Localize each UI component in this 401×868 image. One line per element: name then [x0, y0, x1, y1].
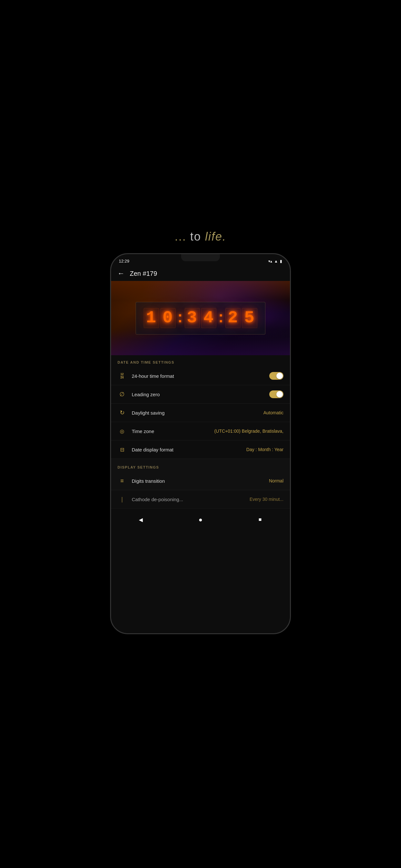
- date-format-value: Day : Month : Year: [246, 447, 283, 452]
- digits-transition-label: Digits transition: [132, 478, 264, 484]
- nav-recent-button[interactable]: [254, 513, 267, 526]
- nav-home-button[interactable]: [194, 513, 207, 526]
- battery-icon: ▮: [280, 259, 282, 264]
- phone-screen: 12:29 ▾▴ ▲ ▮ ← Zen #179 1 0 : 3: [111, 254, 290, 633]
- 24hour-toggle[interactable]: [269, 372, 283, 380]
- nixie-sep-2: :: [218, 308, 224, 326]
- app-bar: ← Zen #179: [111, 266, 290, 281]
- date-time-section-header: DATE AND TIME SETTINGS: [111, 355, 290, 367]
- tagline-to: to: [190, 230, 205, 243]
- setting-24hour[interactable]: 12 24 24-hour time format: [111, 367, 290, 385]
- status-icons: ▾▴ ▲ ▮: [268, 259, 282, 264]
- timezone-icon: [118, 427, 127, 436]
- nixie-digit-1: 1: [144, 308, 159, 328]
- nixie-digit-4: 4: [201, 308, 216, 328]
- leading-zero-icon: [118, 390, 127, 399]
- cathode-value: Every 30 minut...: [250, 497, 283, 502]
- nixie-digit-5: 2: [225, 308, 241, 328]
- tagline-life: life.: [205, 230, 226, 243]
- wifi-icon: ▾▴: [268, 259, 272, 264]
- signal-icon: ▲: [274, 259, 278, 264]
- clock-24-icon-inner: 12 24: [120, 373, 124, 379]
- timezone-value: (UTC+01:00) Belgrade, Bratislava,: [214, 429, 283, 434]
- page-wrapper: ... to life. 12:29 ▾▴ ▲ ▮ ← Zen #179: [100, 217, 301, 651]
- tagline: ... to life.: [175, 230, 226, 244]
- nixie-digit-6: 5: [242, 308, 257, 328]
- leading-zero-toggle[interactable]: [269, 391, 283, 398]
- leading-zero-label: Leading zero: [132, 392, 264, 397]
- side-button: [290, 345, 291, 364]
- back-button[interactable]: ←: [118, 269, 125, 278]
- navigation-bar: [111, 508, 290, 532]
- daylight-value: Automatic: [264, 410, 283, 415]
- phone-notch: [181, 254, 220, 261]
- display-section-header: DISPLAY SETTINGS: [111, 459, 290, 472]
- tagline-prefix: ...: [175, 230, 186, 243]
- setting-digits-transition[interactable]: Digits transition Normal: [111, 472, 290, 490]
- phone-frame: 12:29 ▾▴ ▲ ▮ ← Zen #179 1 0 : 3: [110, 253, 291, 634]
- nixie-digit-2: 0: [160, 308, 176, 328]
- nav-back-button[interactable]: [134, 513, 147, 526]
- date-format-icon: [118, 445, 127, 454]
- date-format-label: Date display format: [132, 447, 241, 453]
- clock-preview: 1 0 : 3 4 : 2 5: [111, 281, 290, 355]
- timezone-label: Time zone: [132, 429, 209, 434]
- digits-transition-value: Normal: [269, 478, 283, 484]
- 24hour-label: 24-hour time format: [132, 373, 264, 379]
- settings-container: DATE AND TIME SETTINGS 12 24 24-hour tim…: [111, 355, 290, 508]
- setting-date-format[interactable]: Date display format Day : Month : Year: [111, 440, 290, 459]
- nixie-sep-1: :: [177, 308, 183, 326]
- nixie-digit-3: 3: [185, 308, 200, 328]
- nixie-clock: 1 0 : 3 4 : 2 5: [135, 302, 265, 335]
- app-title: Zen #179: [130, 270, 157, 277]
- cathode-label: Cathode de-poisoning...: [132, 497, 244, 502]
- setting-leading-zero[interactable]: Leading zero: [111, 385, 290, 404]
- daylight-label: Daylight saving: [132, 410, 258, 415]
- digits-transition-icon: [118, 476, 127, 485]
- setting-daylight[interactable]: Daylight saving Automatic: [111, 404, 290, 422]
- daylight-icon: [118, 408, 127, 417]
- setting-cathode[interactable]: Cathode de-poisoning... Every 30 minut..…: [111, 490, 290, 508]
- cathode-icon: [118, 495, 127, 504]
- status-time: 12:29: [119, 259, 129, 264]
- setting-timezone[interactable]: Time zone (UTC+01:00) Belgrade, Bratisla…: [111, 422, 290, 440]
- clock-24-icon: 12 24: [118, 371, 127, 380]
